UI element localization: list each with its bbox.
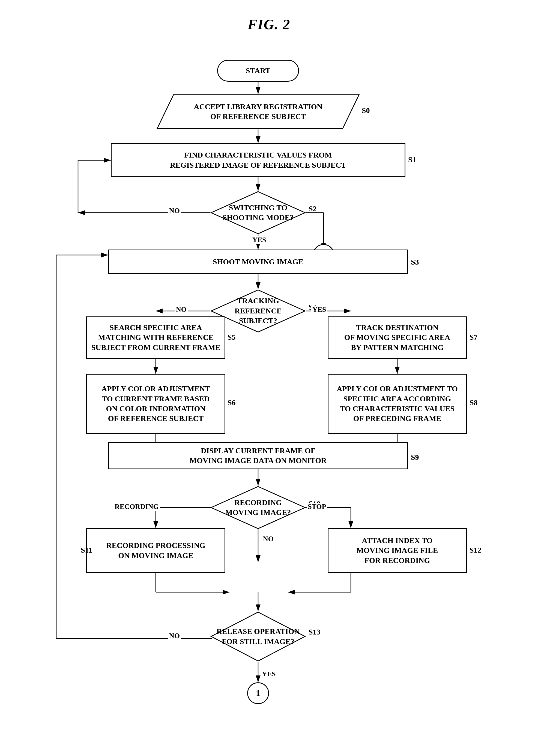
s5-node: SEARCH SPECIFIC AREA MATCHING WITH REFER…: [86, 317, 225, 359]
s13-step: S13: [308, 628, 321, 636]
s2-no-label: NO: [168, 207, 181, 215]
flowchart: START ACCEPT LIBRARY REGISTRATION OF REF…: [24, 43, 514, 753]
connector1-node: 1: [247, 682, 269, 704]
s3-label: SHOOT MOVING IMAGE: [213, 257, 303, 267]
s13-no-label: NO: [168, 632, 181, 640]
s7-node: TRACK DESTINATION OF MOVING SPECIFIC ARE…: [328, 317, 467, 359]
s10-label: RECORDING MOVING IMAGE?: [220, 498, 296, 518]
s9-node: DISPLAY CURRENT FRAME OF MOVING IMAGE DA…: [108, 442, 408, 469]
s13-label: RELEASE OPERATION FOR STILL IMAGE?: [211, 627, 305, 647]
s10-no-label: NO: [262, 535, 275, 543]
s11-step: S11: [81, 546, 92, 554]
page: FIG. 2: [0, 0, 538, 756]
start-node: START: [217, 60, 299, 82]
s4-label: TRACKING REFERENCE SUBJECT?: [210, 296, 306, 326]
s1-label: FIND CHARACTERISTIC VALUES FROM REGISTER…: [170, 150, 346, 170]
s9-step: S9: [411, 453, 419, 462]
figure-title: FIG. 2: [22, 16, 516, 32]
s9-label: DISPLAY CURRENT FRAME OF MOVING IMAGE DA…: [189, 446, 327, 466]
recording-label: RECORDING: [114, 503, 160, 511]
s1-step: S1: [408, 155, 416, 164]
s1-node: FIND CHARACTERISTIC VALUES FROM REGISTER…: [111, 143, 405, 177]
s4-no-label: NO: [175, 306, 188, 314]
s0-node: ACCEPT LIBRARY REGISTRATION OF REFERENCE…: [157, 94, 359, 129]
s2-node: SWITCHING TO SHOOTING MODE?: [210, 191, 306, 235]
s6-label: APPLY COLOR ADJUSTMENT TO CURRENT FRAME …: [101, 384, 210, 424]
s7-label: TRACK DESTINATION OF MOVING SPECIFIC ARE…: [344, 323, 451, 352]
s6-node: APPLY COLOR ADJUSTMENT TO CURRENT FRAME …: [86, 374, 225, 434]
s0-step: S0: [362, 106, 370, 115]
s8-step: S8: [469, 398, 478, 407]
s11-node: RECORDING PROCESSING ON MOVING IMAGE: [86, 528, 225, 573]
s0-label: ACCEPT LIBRARY REGISTRATION OF REFERENCE…: [186, 102, 330, 122]
s13-yes-label: YES: [261, 670, 277, 678]
s3-node: SHOOT MOVING IMAGE: [108, 250, 408, 274]
s8-node: APPLY COLOR ADJUSTMENT TO SPECIFIC AREA …: [328, 374, 467, 434]
s12-step: S12: [469, 546, 482, 554]
s12-label: ATTACH INDEX TO MOVING IMAGE FILE FOR RE…: [356, 536, 438, 565]
s4-yes-label: YES: [311, 306, 327, 314]
s3-step: S3: [411, 258, 419, 266]
start-label: START: [246, 66, 270, 76]
connector1-label: 1: [256, 687, 260, 699]
s7-step: S7: [469, 333, 478, 342]
s13-node: RELEASE OPERATION FOR STILL IMAGE?: [210, 611, 306, 662]
stop-label: STOP: [307, 503, 327, 511]
s11-label: RECORDING PROCESSING ON MOVING IMAGE: [106, 541, 205, 560]
s2-label: SWITCHING TO SHOOTING MODE?: [217, 203, 299, 223]
s10-node: RECORDING MOVING IMAGE?: [210, 486, 306, 529]
s6-step: S6: [228, 398, 236, 407]
s2-step: S2: [308, 204, 317, 213]
s12-node: ATTACH INDEX TO MOVING IMAGE FILE FOR RE…: [328, 528, 467, 573]
s5-label: SEARCH SPECIFIC AREA MATCHING WITH REFER…: [91, 323, 220, 352]
s2-yes-label2: YES: [251, 236, 267, 244]
s8-label: APPLY COLOR ADJUSTMENT TO SPECIFIC AREA …: [337, 384, 458, 424]
s5-step: S5: [228, 333, 236, 342]
